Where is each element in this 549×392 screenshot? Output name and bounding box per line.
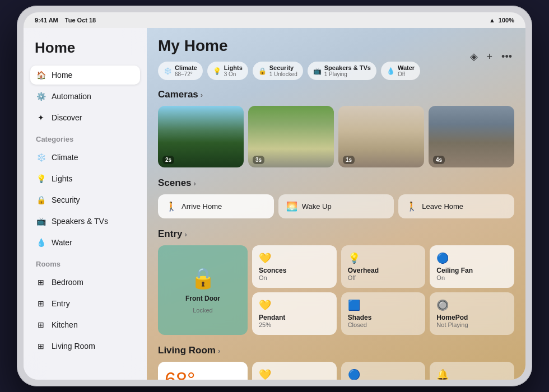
wakeup-label: Wake Up — [302, 202, 332, 211]
sidebar-item-bedroom[interactable]: ⊞ Bedroom — [30, 273, 140, 292]
sidebar-entry-label: Entry — [52, 299, 70, 308]
pendant-tile[interactable]: 💛 Pendant 25% — [252, 292, 337, 335]
sidebar-item-speakers[interactable]: 📺 Speakers & TVs — [30, 212, 140, 231]
sidebar-living-label: Living Room — [52, 342, 95, 351]
sidebar-home-label: Home — [52, 71, 72, 80]
chip-security-icon: 🔒 — [258, 67, 267, 75]
cameras-chevron: › — [201, 91, 203, 99]
smart-fan-tile[interactable]: 🔵 Smart Fan Off — [341, 362, 426, 380]
main-content: ◈ + ••• My Home ❄️ Climate 68–72° — [147, 28, 525, 380]
sconces-tile[interactable]: 💛 Sconces On — [252, 245, 337, 288]
entry-chevron: › — [184, 230, 187, 239]
chip-climate[interactable]: ❄️ Climate 68–72° — [158, 62, 203, 80]
arrive-icon: 🚶 — [166, 201, 177, 212]
sidebar-bedroom-label: Bedroom — [52, 278, 83, 287]
front-door-tile[interactable]: 🔒 Front Door Locked — [158, 245, 248, 335]
living-grid: 68° Thermostat Heating to 70 💛 Ceiling L… — [158, 362, 514, 380]
homepod-icon: 🔘 — [436, 299, 508, 311]
chip-security-sub: 1 Unlocked — [269, 71, 297, 77]
sidebar-item-home[interactable]: 🏠 Home — [30, 66, 140, 85]
shades-tile[interactable]: 🟦 Shades Closed — [341, 292, 426, 335]
shades-status: Closed — [348, 321, 419, 328]
living-chevron: › — [218, 347, 220, 355]
sidebar-item-lights[interactable]: 💡 Lights — [30, 169, 140, 188]
scenes-header[interactable]: Scenes › — [158, 178, 514, 189]
chip-climate-sub: 68–72° — [175, 71, 197, 77]
security-icon: 🔒 — [36, 195, 46, 205]
sidebar-water-label: Water — [52, 238, 72, 247]
scene-arrive[interactable]: 🚶 Arrive Home — [158, 194, 274, 218]
sidebar-discover-label: Discover — [52, 113, 82, 122]
battery-status: 100% — [499, 17, 514, 24]
overhead-name: Overhead — [348, 267, 419, 274]
wakeup-icon: 🌅 — [286, 201, 297, 212]
living-label: Living Room — [158, 345, 216, 356]
entry-header[interactable]: Entry › — [158, 228, 514, 240]
cameras-header[interactable]: Cameras › — [158, 89, 514, 100]
entry-grid: 🔒 Front Door Locked 💛 Sconces On 💡 Overh… — [158, 245, 514, 335]
add-icon[interactable]: + — [487, 51, 493, 63]
pendant-status: 25% — [259, 321, 330, 328]
more-icon[interactable]: ••• — [501, 51, 512, 63]
ceiling-lights-tile[interactable]: 💛 Ceiling Lights 90% — [252, 362, 337, 380]
chip-lights-icon: 💡 — [213, 67, 221, 75]
bedroom-icon: ⊞ — [36, 277, 46, 287]
sidebar: Home 🏠 Home ⚙️ Automation ✦ Discover Cat… — [24, 28, 147, 380]
sconces-icon: 💛 — [259, 252, 330, 264]
scene-leave[interactable]: 🚶 Leave Home — [398, 194, 514, 218]
sconces-status: On — [259, 274, 330, 281]
shades-name: Shades — [348, 314, 419, 321]
scene-wakeup[interactable]: 🌅 Wake Up — [278, 194, 394, 218]
status-bar: 9:41 AM Tue Oct 18 ▲ 100% — [24, 12, 525, 28]
overhead-tile[interactable]: 💡 Overhead Off — [341, 245, 426, 288]
living-icon: ⊞ — [36, 341, 46, 351]
living-header[interactable]: Living Room › — [158, 345, 514, 356]
scenes-chevron: › — [194, 179, 196, 188]
chip-lights-title: Lights — [224, 64, 243, 71]
front-door-status: Locked — [193, 307, 212, 314]
accent-lights-icon: 🔔 — [436, 368, 508, 380]
rooms-label: Rooms — [30, 254, 140, 270]
chip-climate-title: Climate — [175, 64, 197, 71]
camera-label-4: 4s — [433, 156, 445, 164]
ipad-screen: 9:41 AM Tue Oct 18 ▲ 100% Home 🏠 Home ⚙️… — [24, 12, 525, 380]
chip-water-sub: Off — [398, 71, 415, 77]
speakers-icon: 📺 — [36, 216, 46, 226]
camera-tile-2[interactable]: 3s — [248, 106, 334, 167]
automation-icon: ⚙️ — [36, 91, 46, 101]
ceiling-fan-tile[interactable]: 🔵 Ceiling Fan On — [430, 245, 514, 288]
homepod-tile[interactable]: 🔘 HomePod Not Playing — [430, 292, 514, 335]
smart-fan-icon: 🔵 — [348, 368, 419, 380]
chip-speakers[interactable]: 📺 Speakers & TVs 1 Playing — [308, 62, 376, 80]
home-icon: 🏠 — [36, 70, 46, 80]
ceiling-lights-icon: 💛 — [259, 368, 330, 380]
sidebar-item-security[interactable]: 🔒 Security — [30, 190, 140, 209]
siri-icon[interactable]: ◈ — [470, 50, 478, 63]
app-container: Home 🏠 Home ⚙️ Automation ✦ Discover Cat… — [24, 28, 525, 380]
top-nav: ◈ + ••• — [470, 50, 512, 63]
sidebar-item-water[interactable]: 💧 Water — [30, 233, 140, 252]
sidebar-item-discover[interactable]: ✦ Discover — [30, 108, 140, 127]
sidebar-item-automation[interactable]: ⚙️ Automation — [30, 87, 140, 106]
sidebar-kitchen-label: Kitchen — [52, 320, 78, 329]
chip-security[interactable]: 🔒 Security 1 Unlocked — [253, 62, 303, 80]
sconces-name: Sconces — [259, 267, 330, 274]
sidebar-automation-label: Automation — [52, 92, 91, 101]
chip-lights[interactable]: 💡 Lights 3 On — [207, 62, 248, 80]
camera-tile-1[interactable]: 2s — [158, 106, 244, 167]
camera-tile-3[interactable]: 1s — [338, 106, 424, 167]
ceiling-fan-name: Ceiling Fan — [436, 267, 508, 274]
thermostat-tile[interactable]: 68° Thermostat Heating to 70 — [158, 362, 248, 380]
sidebar-security-label: Security — [52, 195, 80, 204]
accent-lights-tile[interactable]: 🔔 Accent Lights Off — [430, 362, 514, 380]
sidebar-item-entry[interactable]: ⊞ Entry — [30, 294, 140, 313]
camera-tile-4[interactable]: 4s — [429, 106, 514, 167]
sidebar-item-kitchen[interactable]: ⊞ Kitchen — [30, 315, 140, 334]
categories-label: Categories — [30, 129, 140, 146]
main-title: My Home — [158, 37, 514, 55]
chip-water[interactable]: 💧 Water Off — [381, 62, 420, 80]
water-icon: 💧 — [36, 237, 46, 248]
sidebar-item-climate[interactable]: ❄️ Climate — [30, 148, 140, 167]
status-bar-right: ▲ 100% — [489, 17, 514, 24]
sidebar-item-living[interactable]: ⊞ Living Room — [30, 337, 140, 356]
